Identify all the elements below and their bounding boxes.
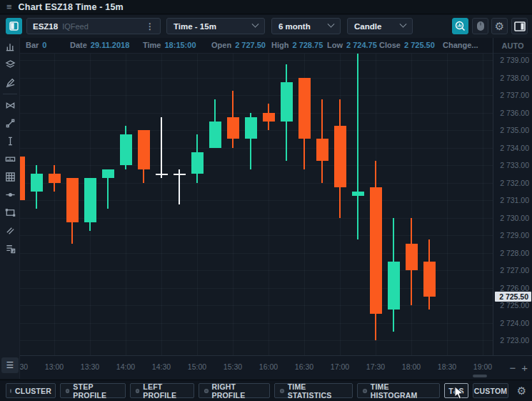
- indicator-button-time-histogram[interactable]: TIME HISTOGRAM: [357, 383, 440, 398]
- indicator-dot-icon: [66, 389, 69, 393]
- horizontal-scrollbar-thumb[interactable]: [473, 375, 487, 377]
- horizontal-line-tool-button[interactable]: [0, 186, 20, 204]
- zoom-out-button[interactable]: −: [509, 362, 516, 373]
- candle-17:30[interactable]: [370, 187, 382, 315]
- histogram-tool-button[interactable]: [0, 38, 20, 56]
- candle-14:00[interactable]: [120, 134, 132, 165]
- candle-14:30[interactable]: [156, 174, 168, 175]
- gridline-horizontal: [20, 253, 493, 254]
- info-date: Date29.11.2018: [70, 41, 129, 49]
- ruler-tool-button[interactable]: [0, 150, 20, 168]
- candle-17:00[interactable]: [334, 126, 346, 187]
- time-tick: 18:30: [438, 362, 456, 371]
- indicator-button-cluster[interactable]: CLUSTER: [6, 383, 56, 398]
- candle-14:15[interactable]: [138, 130, 150, 169]
- parallel-lines-tool-button[interactable]: [0, 222, 20, 239]
- chart-type-dropdown[interactable]: Candle: [347, 18, 413, 34]
- layout-panel-button[interactable]: [511, 18, 528, 34]
- window-menu-icon[interactable]: ≡: [6, 2, 12, 11]
- gridline-horizontal: [20, 148, 493, 149]
- info-bar: Bar0: [26, 41, 46, 49]
- time-tick: 16:30: [295, 362, 313, 371]
- indicator-settings-button[interactable]: ⚙: [514, 383, 529, 398]
- indicator-dot-icon: [363, 389, 367, 393]
- indicator-button-label: RIGHT PROFILE: [212, 382, 264, 400]
- info-time: Time18:15:00: [143, 41, 196, 49]
- indicator-dot-icon: [280, 389, 284, 393]
- price-tick: 2 729.00: [500, 231, 529, 239]
- trendline-tool-button[interactable]: [0, 114, 20, 132]
- candle-15:45[interactable]: [245, 117, 257, 139]
- candle-16:15[interactable]: [281, 82, 293, 122]
- gridline-horizontal: [20, 78, 493, 79]
- chart-scan-button[interactable]: [452, 18, 468, 34]
- price-tick: 2 733.00: [500, 161, 529, 169]
- time-tick: 16:00: [259, 362, 278, 371]
- more-options-icon[interactable]: ⋮: [146, 21, 154, 31]
- price-axis[interactable]: 2 739.002 738.002 737.002 736.002 735.00…: [493, 54, 532, 355]
- indicator-button-left-profile[interactable]: LEFT PROFILE: [130, 383, 194, 398]
- time-axis[interactable]: 12:3013:0013:3014:0014:3015:0015:3016:00…: [20, 355, 493, 380]
- time-tick: 17:00: [331, 362, 349, 371]
- object-list-button[interactable]: ☰: [1, 357, 19, 373]
- window-title: Chart ESZ18 Time - 15m: [19, 2, 124, 12]
- gridline-horizontal: [20, 235, 493, 236]
- indicator-button-time-statistics[interactable]: TIME STATISTICS: [274, 383, 353, 398]
- price-tick: 2 727.00: [500, 266, 529, 274]
- candle-15:00[interactable]: [191, 152, 204, 174]
- candle-17:15[interactable]: [352, 192, 364, 196]
- gridline-horizontal: [20, 340, 493, 341]
- indicator-button-step-profile[interactable]: STEP PROFILE: [60, 383, 126, 398]
- price-tick: 2 724.00: [500, 319, 529, 327]
- time-tick: 18:00: [402, 362, 421, 371]
- time-tick: 12:30: [20, 362, 28, 371]
- candle-13:45[interactable]: [102, 169, 114, 178]
- candle-18:00[interactable]: [406, 244, 418, 270]
- timeframe-dropdown[interactable]: Time - 15m: [166, 18, 265, 34]
- candle-13:15[interactable]: [66, 178, 79, 222]
- chart-type-value: Candle: [354, 22, 381, 31]
- candle-16:00[interactable]: [263, 113, 275, 122]
- gridline-vertical: [197, 54, 198, 355]
- list-f-tool-button[interactable]: [0, 239, 20, 257]
- time-tick: 15:00: [188, 362, 206, 371]
- range-dropdown[interactable]: 6 month: [271, 18, 341, 34]
- candle-15:30[interactable]: [227, 117, 239, 139]
- price-tick: 2 726.00: [500, 284, 529, 292]
- candle-14:45[interactable]: [174, 174, 186, 175]
- mouse-settings-button[interactable]: [472, 18, 488, 34]
- draw-tool-button[interactable]: [0, 74, 20, 91]
- instrument-selector[interactable]: ESZ18 IQFeed ⋮: [26, 18, 161, 34]
- zoom-in-button[interactable]: +: [521, 362, 528, 373]
- candle-18:15[interactable]: [423, 262, 436, 297]
- candle-wick: [161, 117, 162, 179]
- candle-17:45[interactable]: [388, 262, 400, 310]
- vertical-range-tool-button[interactable]: [0, 132, 20, 150]
- layers-tool-button[interactable]: [0, 56, 20, 74]
- crosses-tool-button[interactable]: [0, 96, 20, 114]
- rectangle-tool-button[interactable]: [0, 204, 20, 222]
- grid-tool-button[interactable]: [0, 168, 20, 186]
- gridline-horizontal: [20, 95, 493, 96]
- range-value: 6 month: [278, 22, 311, 31]
- indicator-button-custom[interactable]: CUSTOM: [473, 383, 508, 398]
- candle-wick: [357, 54, 358, 239]
- indicator-button-right-profile[interactable]: RIGHT PROFILE: [199, 383, 270, 398]
- candle-12:45[interactable]: [31, 174, 43, 192]
- candle-13:30[interactable]: [84, 178, 96, 222]
- price-axis-auto-toggle[interactable]: AUTO: [493, 38, 532, 54]
- gridline-vertical: [483, 54, 483, 355]
- candle-15:15[interactable]: [209, 122, 221, 148]
- candle-16:30[interactable]: [298, 78, 311, 139]
- chart-window-button[interactable]: [6, 18, 22, 34]
- chevron-down-icon: [252, 21, 259, 28]
- settings-button[interactable]: ⚙: [491, 18, 508, 34]
- chart-plot-area[interactable]: [20, 54, 493, 355]
- candle-13:00[interactable]: [49, 174, 61, 182]
- chart-scan-icon: [455, 21, 466, 31]
- candle-16:45[interactable]: [316, 139, 328, 161]
- time-tick: 17:30: [366, 362, 385, 371]
- indicator-button-label: CUSTOM: [474, 387, 508, 395]
- candle-12:30[interactable]: [20, 157, 25, 200]
- chevron-down-icon: [328, 21, 335, 28]
